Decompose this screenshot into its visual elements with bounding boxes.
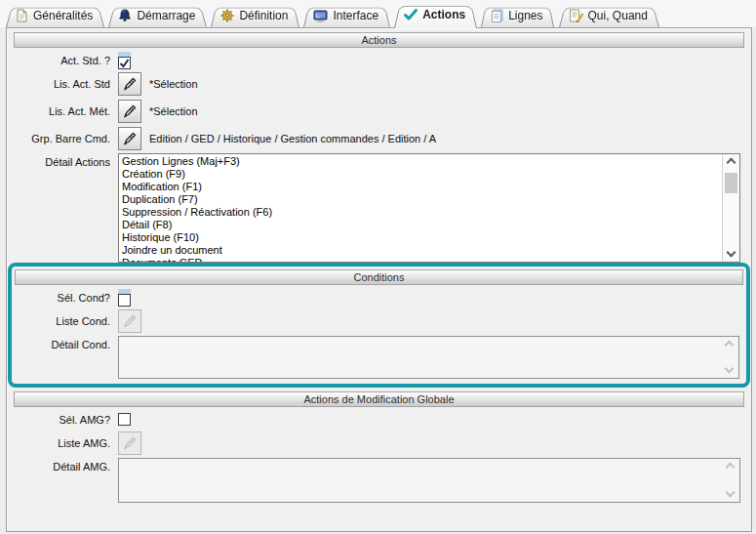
list-item[interactable]: Création (F9)	[122, 168, 720, 181]
scroll-up-icon[interactable]	[728, 159, 735, 166]
liste-amg-select-button-disabled	[118, 431, 141, 455]
list-item[interactable]: Gestion Lignes (Maj+F3)	[122, 155, 720, 168]
tab-label: Qui, Quand	[588, 9, 648, 22]
tab-definition[interactable]: Définition	[211, 5, 299, 27]
section-header-actions: Actions	[14, 32, 744, 48]
list-item[interactable]: Détail (F8)	[122, 219, 720, 231]
detail-actions-scrollbar[interactable]	[722, 154, 739, 262]
tab-label: Démarrage	[137, 9, 195, 22]
act-std-checkbox[interactable]	[118, 57, 131, 69]
detail-actions-row: Détail Actions Gestion Lignes (Maj+F3)Cr…	[7, 153, 751, 263]
liste-cond-select-button-disabled	[118, 309, 141, 333]
pencil-document-icon	[569, 9, 583, 22]
tab-actions[interactable]: Actions	[394, 3, 477, 28]
detail-amg-label: Détail AMG.	[13, 461, 110, 472]
detail-cond-label: Détail Cond.	[13, 339, 110, 350]
pages-icon	[491, 9, 503, 22]
tab-interface[interactable]: Interface	[303, 5, 390, 27]
tab-label: Définition	[239, 9, 288, 22]
tab-lignes[interactable]: Lignes	[481, 5, 554, 27]
pen-select-icon	[122, 435, 138, 451]
monitor-icon	[313, 10, 328, 22]
conditions-highlight-box: Conditions Sél. Cond? Liste Cond. Détail…	[8, 263, 750, 388]
detail-cond-textarea[interactable]	[118, 336, 739, 379]
liste-cond-row: Liste Cond.	[12, 308, 746, 334]
sel-cond-label: Sél. Cond?	[13, 292, 110, 304]
lis-act-std-select-button[interactable]	[118, 72, 141, 96]
lis-act-met-label: Lis. Act. Mét.	[13, 105, 110, 117]
pen-select-icon	[122, 76, 138, 92]
tab-label: Actions	[422, 8, 465, 21]
sel-cond-checkbox[interactable]	[118, 294, 131, 307]
lis-act-met-select-button[interactable]	[118, 100, 141, 123]
act-std-checkbox-wrap	[118, 52, 131, 69]
scroll-down-icon[interactable]	[728, 249, 735, 256]
pen-select-icon	[122, 313, 138, 329]
gear-icon	[220, 9, 234, 22]
grp-barre-cmd-row: Grp. Barre Cmd. Edition / GED / Historiq…	[7, 126, 751, 151]
pen-select-icon	[122, 103, 138, 119]
lis-act-met-row: Lis. Act. Mét. *Sélection	[7, 99, 751, 124]
liste-amg-label: Liste AMG.	[13, 437, 110, 449]
sel-amg-label: Sél. AMG?	[13, 414, 110, 426]
lis-act-std-label: Lis. Act. Std	[13, 78, 110, 90]
scroll-down-icon	[727, 489, 734, 496]
tab-generalites[interactable]: Généralités	[6, 5, 104, 27]
liste-cond-label: Liste Cond.	[13, 315, 110, 327]
act-std-label: Act. Std. ?	[13, 55, 110, 66]
scrollbar-thumb[interactable]	[725, 173, 737, 193]
detail-actions-label: Détail Actions	[13, 156, 110, 168]
grp-barre-cmd-value: Edition / GED / Historique / Gestion com…	[149, 133, 436, 144]
actions-tab-panel: Actions Act. Std. ? Lis. Act. Std *Sélec…	[6, 27, 752, 532]
sel-amg-checkbox[interactable]	[118, 413, 131, 426]
detail-cond-row: Détail Cond.	[12, 336, 746, 379]
liste-amg-row: Liste AMG.	[7, 431, 751, 456]
lis-act-std-row: Lis. Act. Std *Sélection	[7, 71, 751, 97]
lis-act-met-value: *Sélection	[149, 105, 198, 117]
scroll-up-icon	[727, 464, 734, 471]
tab-demarrage[interactable]: Démarrage	[108, 5, 207, 27]
tab-bar: Généralités Démarrage Définition Interfa…	[0, 0, 756, 27]
scroll-up-icon	[726, 342, 733, 349]
check-icon	[404, 9, 418, 21]
detail-amg-textarea[interactable]	[118, 458, 740, 503]
tab-label: Lignes	[508, 9, 542, 22]
section-header-amg: Actions de Modification Globale	[14, 391, 744, 407]
scroll-down-icon	[726, 365, 733, 372]
pen-select-icon	[122, 131, 138, 146]
list-item[interactable]: Joindre un document	[122, 244, 720, 257]
detail-amg-row: Détail AMG.	[7, 458, 751, 503]
tab-label: Généralités	[33, 9, 93, 22]
list-item[interactable]: Documents GED	[122, 257, 720, 262]
sel-cond-row: Sél. Cond?	[12, 288, 746, 307]
lis-act-std-value: *Sélection	[149, 78, 198, 90]
grp-barre-cmd-select-button[interactable]	[118, 127, 141, 150]
tab-qui-quand[interactable]: Qui, Quand	[559, 5, 659, 27]
sel-amg-checkbox-wrap	[118, 413, 131, 426]
section-header-conditions: Conditions	[15, 269, 743, 285]
list-item[interactable]: Historique (F10)	[122, 231, 720, 244]
list-item[interactable]: Suppression / Réactivation (F6)	[122, 206, 720, 219]
bell-icon	[118, 9, 132, 22]
detail-actions-list: Gestion Lignes (Maj+F3)Création (F9)Modi…	[122, 155, 720, 262]
grp-barre-cmd-label: Grp. Barre Cmd.	[13, 133, 110, 144]
sel-amg-row: Sél. AMG?	[7, 410, 751, 429]
sel-cond-checkbox-wrap	[118, 289, 131, 307]
document-icon	[16, 9, 28, 22]
list-item[interactable]: Modification (F1)	[122, 181, 720, 193]
act-std-row: Act. Std. ?	[7, 51, 751, 69]
tab-label: Interface	[333, 9, 378, 22]
detail-actions-listbox[interactable]: Gestion Lignes (Maj+F3)Création (F9)Modi…	[118, 153, 740, 263]
list-item[interactable]: Duplication (F7)	[122, 193, 720, 206]
